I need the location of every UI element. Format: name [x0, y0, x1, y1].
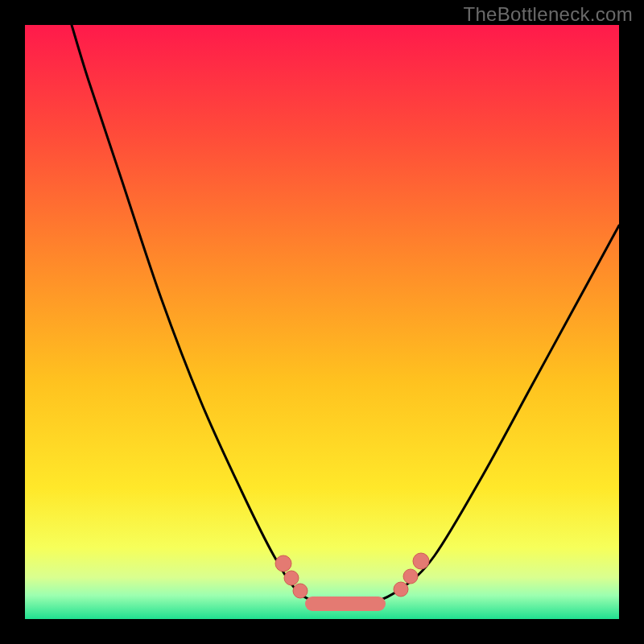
curve-marker [275, 555, 291, 572]
watermark-text: TheBottleneck.com [463, 3, 633, 26]
curve-marker [394, 582, 408, 597]
curve-marker [293, 584, 308, 598]
plot-background [25, 25, 619, 619]
curve-marker [413, 553, 429, 569]
chart-frame: TheBottleneck.com [0, 0, 644, 644]
curve-marker [403, 569, 418, 584]
bottleneck-curve-chart [0, 0, 644, 644]
curve-marker [284, 571, 299, 585]
